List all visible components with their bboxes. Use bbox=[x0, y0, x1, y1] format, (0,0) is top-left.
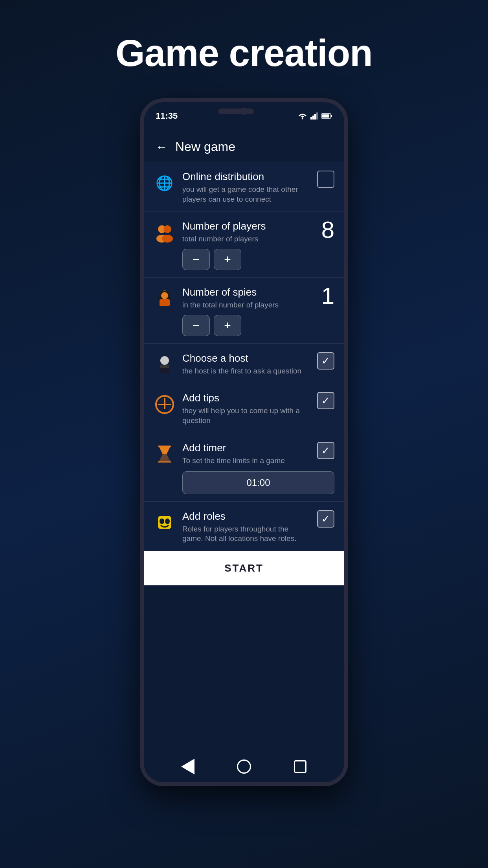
host-icon bbox=[154, 354, 175, 375]
svg-point-10 bbox=[162, 235, 173, 243]
host-control[interactable]: ✓ bbox=[311, 352, 334, 370]
players-stepper: − + bbox=[182, 249, 334, 270]
svg-rect-3 bbox=[316, 112, 318, 120]
spies-plus-button[interactable]: + bbox=[214, 315, 241, 336]
phone-frame: 11:35 ← New game bbox=[140, 98, 348, 786]
roles-checkmark: ✓ bbox=[321, 514, 330, 524]
timer-checkbox-control[interactable]: ✓ bbox=[311, 442, 334, 459]
start-button-container: START bbox=[144, 551, 344, 585]
setting-add-tips: Add tips they will help you to come up w… bbox=[144, 383, 344, 433]
svg-point-28 bbox=[165, 519, 170, 524]
setting-add-timer: Add timer To set the time limits in a ga… bbox=[144, 433, 344, 502]
phone-bottom-nav bbox=[144, 751, 344, 782]
spies-icon bbox=[154, 288, 175, 309]
timer-checkbox[interactable]: ✓ bbox=[317, 442, 334, 459]
host-subtitle: the host is the first to ask a question bbox=[182, 366, 304, 376]
players-icon bbox=[154, 222, 175, 243]
app-header: ← New game bbox=[144, 130, 344, 162]
roles-checkbox[interactable]: ✓ bbox=[317, 510, 334, 528]
svg-point-16 bbox=[160, 356, 169, 365]
status-time: 11:35 bbox=[156, 111, 178, 121]
players-subtitle: total number of players bbox=[182, 234, 266, 244]
start-button[interactable]: START bbox=[144, 551, 344, 585]
online-distribution-title: Online distribution bbox=[182, 171, 304, 183]
roles-content: Add roles Roles for players throughout t… bbox=[182, 510, 304, 544]
app-header-title: New game bbox=[175, 140, 235, 154]
nav-recent-icon bbox=[294, 760, 306, 773]
roles-subtitle: Roles for players throughout the game. N… bbox=[182, 524, 304, 544]
online-distribution-control[interactable] bbox=[311, 171, 334, 188]
timer-checkmark: ✓ bbox=[321, 445, 330, 456]
tips-subtitle: they will help you to come up with a que… bbox=[182, 406, 304, 425]
tips-checkmark: ✓ bbox=[321, 395, 330, 406]
wifi-icon bbox=[298, 112, 307, 120]
setting-number-of-spies: Number of spies in the total number of p… bbox=[144, 278, 344, 344]
timer-value[interactable]: 01:00 bbox=[182, 471, 334, 494]
svg-rect-18 bbox=[160, 365, 169, 368]
roles-icon bbox=[154, 512, 175, 533]
setting-number-of-players: Number of players total number of player… bbox=[144, 211, 344, 278]
svg-rect-0 bbox=[310, 117, 312, 120]
spies-subtitle: in the total number of players bbox=[182, 300, 279, 310]
timer-content: Add timer To set the time limits in a ga… bbox=[182, 442, 334, 494]
svg-rect-2 bbox=[314, 114, 316, 120]
tips-title: Add tips bbox=[182, 392, 304, 404]
phone-screen: ← New game 🌐 Online distribution you wil… bbox=[144, 130, 344, 751]
roles-title: Add roles bbox=[182, 510, 304, 522]
svg-rect-6 bbox=[322, 114, 329, 118]
tips-checkbox[interactable]: ✓ bbox=[317, 392, 334, 409]
nav-recent-button[interactable] bbox=[292, 759, 308, 774]
players-value: 8 bbox=[321, 218, 334, 242]
status-bar: 11:35 bbox=[144, 102, 344, 130]
spies-minus-button[interactable]: − bbox=[182, 315, 210, 336]
svg-marker-23 bbox=[159, 446, 171, 454]
page-title: Game creation bbox=[116, 31, 372, 75]
spies-stepper: − + bbox=[182, 315, 334, 336]
timer-icon bbox=[154, 443, 175, 465]
battery-icon bbox=[321, 113, 332, 119]
setting-online-distribution: 🌐 Online distribution you will get a gam… bbox=[144, 162, 344, 211]
tips-control[interactable]: ✓ bbox=[311, 392, 334, 409]
spies-content: Number of spies in the total number of p… bbox=[182, 286, 334, 336]
settings-list: 🌐 Online distribution you will get a gam… bbox=[144, 162, 344, 551]
players-title: Number of players bbox=[182, 220, 266, 232]
spies-title: Number of spies bbox=[182, 286, 279, 298]
online-distribution-icon: 🌐 bbox=[154, 172, 175, 194]
tips-icon bbox=[154, 394, 175, 415]
svg-rect-1 bbox=[312, 116, 314, 120]
nav-home-button[interactable] bbox=[236, 759, 252, 774]
svg-point-8 bbox=[163, 225, 171, 233]
signal-icon bbox=[310, 112, 318, 120]
online-distribution-checkbox[interactable] bbox=[317, 171, 334, 188]
timer-title: Add timer bbox=[182, 442, 285, 454]
online-distribution-subtitle: you will get a game code that other play… bbox=[182, 185, 304, 204]
svg-rect-12 bbox=[160, 299, 170, 306]
online-distribution-content: Online distribution you will get a game … bbox=[182, 171, 304, 204]
host-checkmark: ✓ bbox=[321, 356, 330, 366]
players-plus-button[interactable]: + bbox=[214, 249, 241, 270]
players-content: Number of players total number of player… bbox=[182, 220, 334, 270]
tips-content: Add tips they will help you to come up w… bbox=[182, 392, 304, 425]
svg-point-27 bbox=[160, 519, 164, 524]
host-checkbox[interactable]: ✓ bbox=[317, 352, 334, 370]
nav-home-icon bbox=[237, 760, 251, 774]
nav-back-icon bbox=[181, 759, 194, 774]
host-content: Choose a host the host is the first to a… bbox=[182, 352, 304, 376]
players-minus-button[interactable]: − bbox=[182, 249, 210, 270]
host-title: Choose a host bbox=[182, 352, 304, 364]
back-button[interactable]: ← bbox=[156, 140, 167, 154]
nav-back-button[interactable] bbox=[180, 759, 196, 774]
status-icons bbox=[298, 112, 332, 120]
roles-control[interactable]: ✓ bbox=[311, 510, 334, 528]
svg-rect-5 bbox=[331, 115, 332, 117]
spies-value: 1 bbox=[321, 284, 334, 308]
timer-subtitle: To set the time limits in a game bbox=[182, 456, 285, 466]
svg-point-15 bbox=[161, 292, 168, 299]
setting-add-roles: Add roles Roles for players throughout t… bbox=[144, 502, 344, 551]
setting-choose-host: Choose a host the host is the first to a… bbox=[144, 344, 344, 384]
